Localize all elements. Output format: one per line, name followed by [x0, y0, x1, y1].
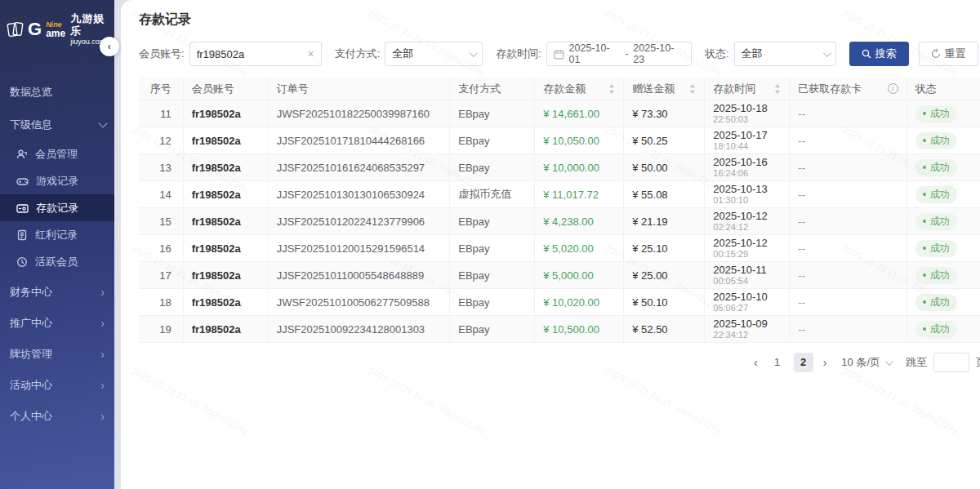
sort-icon[interactable] [689, 84, 696, 94]
chevron-right-icon: › [100, 410, 105, 423]
reset-button[interactable]: 重置 [919, 42, 978, 66]
header-bonus-amount: 赠送金额 [624, 78, 705, 100]
cell-seq: 11 [139, 100, 184, 127]
table-row[interactable]: 14 fr198502a JJSF202510130130106530924 虚… [139, 181, 980, 208]
sidebar-item-data-overview[interactable]: 数据总览 [0, 77, 114, 108]
pagination: ‹ 1 2 › 10 条/页 跳至 页 [139, 353, 980, 372]
header-label: 存款金额 [543, 82, 586, 96]
table-row[interactable]: 16 fr198502a JJSF202510120015291596514 E… [139, 235, 980, 262]
info-icon[interactable]: i [888, 83, 898, 94]
table-row[interactable]: 19 fr198502a JJSF202510092234128001303 E… [139, 316, 980, 343]
status-text: 成功 [930, 107, 950, 121]
page-size-select[interactable]: 10 条/页 [841, 355, 891, 370]
sidebar-item-label: 会员管理 [35, 147, 78, 162]
table-row[interactable]: 17 fr198502a JJSF202510110005548648889 E… [139, 262, 980, 289]
cell-deposit-amount: ¥ 14,661.00 [535, 100, 624, 127]
table-row[interactable]: 15 fr198502a JJSF202510120224123779906 E… [139, 208, 980, 235]
status-badge: 成功 [915, 267, 957, 284]
cell-deposit-amount: ¥ 5,020.00 [535, 235, 624, 261]
sidebar-item-paifang-management[interactable]: 牌坊管理 › [0, 339, 114, 370]
cell-account: fr198502a [184, 289, 269, 315]
cell-account: fr198502a [184, 181, 269, 207]
calendar-icon [554, 49, 564, 60]
sidebar-item-deposit-records[interactable]: 存款记录 [0, 194, 114, 221]
sort-icon[interactable] [774, 84, 781, 94]
cell-order: JJSF202510092234128001303 [269, 316, 451, 342]
sidebar-collapse-button[interactable]: ‹ [100, 37, 119, 56]
cell-bonus-amount: ¥ 25.10 [624, 235, 705, 261]
page-button-2[interactable]: 2 [794, 353, 813, 372]
account-label: 会员账号: [139, 47, 185, 61]
header-status: 状态 [907, 78, 980, 100]
cell-deposit-card: -- [790, 127, 907, 153]
sidebar-group-subordinate-info[interactable]: 下级信息 [0, 109, 114, 140]
sidebar-item-label: 活跃会员 [35, 255, 78, 269]
status-text: 成功 [930, 215, 950, 229]
reset-icon [931, 49, 941, 59]
sidebar-item-label: 财务中心 [10, 285, 100, 300]
status-select[interactable]: 全部 [734, 42, 836, 66]
jump-to-page-input[interactable] [933, 353, 969, 372]
next-page-button[interactable]: › [820, 356, 831, 369]
sidebar-item-label: 活动中心 [10, 378, 100, 393]
sidebar-item-personal-center[interactable]: 个人中心 › [0, 401, 114, 432]
sidebar-item-game-records[interactable]: 游戏记录 [0, 167, 114, 194]
table-row[interactable]: 11 fr198502a JWSF202510182250039987160 E… [139, 100, 980, 127]
header-seq: 序号 [139, 78, 184, 100]
page-button-1[interactable]: 1 [768, 353, 787, 372]
sidebar-item-label: 存款记录 [36, 201, 78, 216]
cell-seq: 17 [139, 262, 184, 288]
account-input[interactable] [197, 48, 305, 60]
sort-icon[interactable] [608, 84, 615, 94]
status-badge: 成功 [915, 321, 957, 338]
cell-deposit-amount: ¥ 5,000.00 [535, 262, 624, 288]
prev-page-button[interactable]: ‹ [751, 356, 761, 369]
cell-deposit-amount: ¥ 10,000.00 [535, 154, 624, 180]
sidebar-item-label: 游戏记录 [36, 174, 78, 189]
cell-deposit-time: 2025-10-1718:10:44 [705, 127, 790, 153]
date-range-picker[interactable]: 2025-10-01 - 2025-10-23 [546, 42, 692, 66]
table-row[interactable]: 18 fr198502a JWSF202510100506277509588 E… [139, 289, 980, 316]
cell-order: JJSF202510130130106530924 [269, 181, 451, 207]
status-badge: 成功 [915, 213, 957, 230]
deposit-time-label: 存款时间: [496, 47, 541, 61]
table-row[interactable]: 13 fr198502a JJSF202510161624068535297 E… [139, 154, 980, 181]
cell-payment: EBpay [450, 208, 535, 234]
sidebar-item-member-management[interactable]: 会员管理 [0, 140, 114, 167]
cell-bonus-amount: ¥ 50.10 [624, 289, 705, 315]
table-row[interactable]: 12 fr198502a JJSF202510171810444268166 E… [139, 127, 980, 154]
status-text: 成功 [930, 296, 950, 309]
chevron-right-icon: › [100, 348, 105, 361]
sidebar-item-bonus-records[interactable]: 红利记录 [0, 221, 114, 248]
chevron-down-icon [885, 358, 893, 366]
cell-time: 05:06:27 [713, 303, 748, 313]
cell-deposit-time: 2025-10-1100:05:54 [705, 262, 790, 288]
page-title: 存款记录 [139, 11, 980, 29]
cell-seq: 18 [139, 289, 184, 315]
header-label: 已获取存款卡 [798, 82, 862, 96]
cell-order: JJSF202510110005548648889 [269, 262, 451, 288]
status-badge: 成功 [915, 240, 957, 257]
cell-payment: EBpay [450, 154, 535, 180]
chevron-down-icon [822, 49, 831, 57]
cell-seq: 16 [139, 235, 184, 261]
sidebar-item-active-members[interactable]: 活跃会员 [0, 248, 114, 275]
cell-payment: EBpay [450, 127, 535, 153]
cell-deposit-time: 2025-10-1301:30:10 [705, 181, 790, 207]
status-text: 成功 [930, 322, 950, 336]
search-button-label: 搜索 [875, 47, 897, 61]
cell-deposit-time: 2025-10-1616:24:06 [705, 154, 790, 180]
cell-bonus-amount: ¥ 55.08 [624, 181, 705, 207]
status-text: 成功 [930, 161, 950, 175]
clear-input-icon[interactable]: × [304, 47, 314, 60]
cell-status: 成功 [907, 262, 980, 288]
payment-method-value: 全部 [392, 47, 413, 61]
date-range-start: 2025-10-01 [569, 42, 621, 65]
cell-time: 00:15:29 [713, 249, 748, 260]
sidebar-item-activity-center[interactable]: 活动中心 › [0, 370, 114, 401]
sidebar-item-promotion-center[interactable]: 推广中心 › [0, 308, 114, 339]
payment-method-select[interactable]: 全部 [385, 42, 483, 66]
status-dot-icon [923, 300, 926, 304]
sidebar-item-finance-center[interactable]: 财务中心 › [0, 277, 114, 308]
search-button[interactable]: 搜索 [849, 42, 909, 66]
